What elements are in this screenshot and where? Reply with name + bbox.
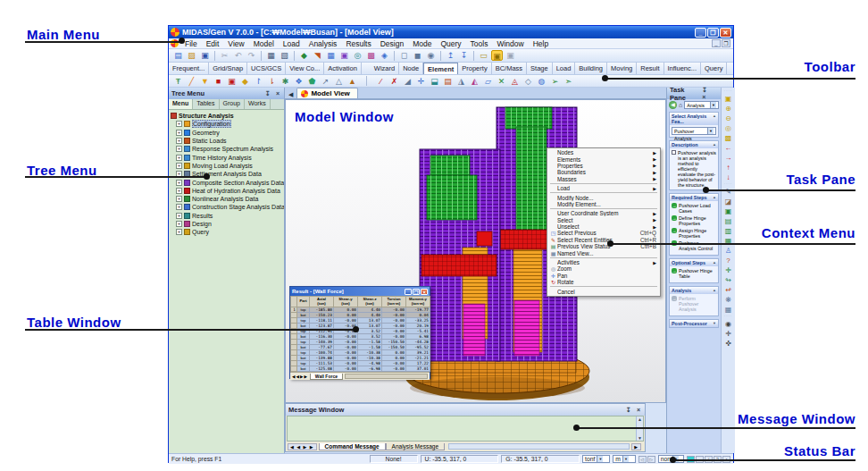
task-pane-combo[interactable]: Analysis▼ bbox=[684, 101, 719, 109]
grid-icon[interactable]: ▦ bbox=[325, 50, 337, 61]
snap-grid-icon[interactable]: ⇂ bbox=[266, 76, 278, 87]
person-icon[interactable]: ♙ bbox=[723, 246, 734, 256]
toolbar-tab-activation[interactable]: Activation bbox=[324, 63, 362, 74]
zoom-out-icon[interactable]: ⊖ bbox=[723, 114, 734, 123]
menu-item-tools[interactable]: Tools bbox=[466, 39, 493, 48]
arrow1-icon[interactable]: ➢ bbox=[549, 76, 561, 87]
render-icon[interactable]: ▩ bbox=[365, 50, 377, 61]
task-step-pushover-hinge-table[interactable]: →Pushover Hinge Table bbox=[672, 268, 716, 279]
context-menu-item-boundaries[interactable]: Boundaries▶ bbox=[548, 169, 659, 175]
table-minimize-button[interactable]: _ bbox=[405, 289, 412, 295]
tree-item[interactable]: +Design bbox=[171, 220, 284, 228]
unlock-icon[interactable]: ▭ bbox=[478, 50, 489, 61]
back-icon[interactable]: ◀ bbox=[669, 101, 677, 109]
pen-icon[interactable]: ✎ bbox=[723, 187, 734, 197]
table-row[interactable]: bot-125.08-0.00-6.98-0.0037.01 bbox=[291, 366, 430, 372]
y-orange-icon[interactable]: ▼ bbox=[199, 76, 211, 87]
all-active-icon[interactable]: ▲ bbox=[346, 76, 358, 87]
select-all-icon[interactable]: ◼ bbox=[412, 50, 423, 61]
menu-item-window[interactable]: Window bbox=[492, 39, 528, 48]
tree-item[interactable]: +Nonlinear Analysis Data bbox=[171, 195, 284, 203]
menu-item-mode[interactable]: Mode bbox=[408, 39, 436, 48]
task-step-pushover-analysis-control[interactable]: →Pushover Analysis Control bbox=[672, 240, 716, 251]
expand-icon[interactable]: + bbox=[176, 130, 182, 136]
tree-tab-tables[interactable]: Tables bbox=[193, 99, 219, 109]
split-icon[interactable]: ◬ bbox=[509, 76, 521, 87]
toolbar-tab-query[interactable]: Query bbox=[701, 63, 727, 74]
menu-item-edit[interactable]: Edit bbox=[202, 39, 224, 48]
pan-cursor-icon[interactable]: ✛ bbox=[723, 329, 734, 339]
renumber-icon[interactable]: ◇ bbox=[522, 76, 534, 87]
toolbar-tab-node[interactable]: Node bbox=[399, 63, 423, 74]
toolbar-tab-view-co-[interactable]: View Co... bbox=[286, 63, 324, 74]
minimize-button[interactable]: _ bbox=[695, 28, 706, 38]
context-menu-item-rotate[interactable]: ↻Rotate bbox=[548, 279, 659, 285]
pin-icon[interactable]: ↧ bbox=[626, 407, 633, 413]
settings-icon[interactable]: ❋ bbox=[723, 295, 734, 305]
snap-icon[interactable]: ▣ bbox=[338, 50, 350, 61]
pan-up-icon[interactable]: ↑ bbox=[723, 163, 734, 172]
menu-item-design[interactable]: Design bbox=[376, 39, 408, 48]
eraser-icon[interactable]: ◪ bbox=[723, 197, 734, 206]
cut-icon[interactable]: ✂ bbox=[219, 50, 230, 61]
expand-icon[interactable]: + bbox=[176, 229, 182, 235]
toolbar-tab-result[interactable]: Result bbox=[637, 63, 664, 74]
tree-item[interactable]: +Heat of Hydration Analysis Data bbox=[171, 187, 284, 195]
context-menu-item-pan[interactable]: ✛Pan bbox=[548, 273, 659, 279]
save-icon[interactable]: ▣ bbox=[199, 50, 211, 61]
delete-element-icon[interactable]: ✗ bbox=[388, 76, 400, 87]
toolbar-tab-load[interactable]: Load bbox=[553, 63, 576, 74]
message-h-scrollbar[interactable] bbox=[448, 443, 630, 450]
query-tool-icon[interactable]: ◈ bbox=[379, 50, 390, 61]
tree-item[interactable]: +Geometry bbox=[171, 129, 284, 137]
compact-icon[interactable]: ◍ bbox=[536, 76, 547, 87]
rotate-element-icon[interactable]: ✛ bbox=[415, 76, 427, 87]
collapse-icon[interactable]: ▲ bbox=[713, 114, 716, 124]
table-tab-wall-force[interactable]: Wall Force bbox=[310, 374, 343, 380]
hidden-icon[interactable]: ↗ bbox=[320, 76, 331, 87]
expand-icon[interactable]: ▼ bbox=[713, 321, 716, 326]
expand-icon[interactable]: + bbox=[176, 213, 182, 219]
zoom-cursor-icon[interactable]: ◉ bbox=[723, 319, 734, 329]
expand-icon[interactable]: + bbox=[176, 155, 182, 161]
extrude-icon[interactable]: ⬓ bbox=[429, 76, 440, 87]
close-icon[interactable]: × bbox=[637, 407, 642, 413]
tree-tab-group[interactable]: Group bbox=[220, 99, 245, 109]
unit-prev-icon[interactable]: ◁ bbox=[638, 456, 647, 463]
menu-item-view[interactable]: View bbox=[223, 39, 248, 48]
open-file-icon[interactable]: ▨ bbox=[186, 50, 197, 61]
slash-orange-icon[interactable]: ╱ bbox=[186, 76, 197, 87]
context-menu-item-activities[interactable]: Activities▶ bbox=[548, 259, 659, 265]
tree-tab-menu[interactable]: Menu bbox=[169, 99, 193, 109]
tree-item[interactable]: +Time History Analysis bbox=[171, 153, 284, 161]
undo-icon[interactable]: ↶ bbox=[232, 50, 244, 61]
table-restore-button[interactable]: ❐ bbox=[413, 289, 420, 295]
down-icon[interactable]: ↧ bbox=[458, 50, 470, 61]
curve-icon[interactable]: ↬ bbox=[723, 275, 734, 285]
toolbar-tab-element[interactable]: Element bbox=[423, 63, 458, 74]
toolbar-tab-stage[interactable]: Stage bbox=[527, 63, 553, 74]
model-window[interactable]: Model Window Nodes▶Elements▶Properties▶B… bbox=[285, 99, 666, 403]
toolbar-tab-frequent-[interactable]: Frequent... bbox=[169, 63, 209, 74]
zoom-fit-icon[interactable]: ◎ bbox=[723, 123, 734, 133]
tree-item[interactable]: +Configuration bbox=[171, 120, 284, 128]
tree-root-item[interactable]: Structure Analysis bbox=[171, 112, 284, 120]
red-box2-icon[interactable]: ▣ bbox=[226, 76, 238, 87]
snap-line-icon[interactable]: ↾ bbox=[253, 76, 264, 87]
toolbar-tab-influenc-[interactable]: Influenc... bbox=[664, 63, 702, 74]
plus-icon[interactable]: ✛ bbox=[723, 265, 734, 275]
toolbar-tab-bc-mass[interactable]: BC/Mass bbox=[492, 63, 527, 74]
lock-icon[interactable]: ▣ bbox=[491, 50, 503, 61]
print-preview-icon[interactable]: ▧ bbox=[279, 50, 290, 61]
message-tab-analysis-message[interactable]: Analysis Message bbox=[386, 443, 445, 450]
wall-force-table[interactable]: PartAxial(ton)Shear-y(ton)Shear-z(ton)To… bbox=[290, 296, 430, 372]
divide-icon[interactable]: ▤ bbox=[442, 76, 454, 87]
select-icon[interactable]: ◻ bbox=[398, 50, 410, 61]
table-h-scrollbar[interactable] bbox=[345, 374, 428, 379]
title-bar[interactable]: MIDAS/Gen V 7.0.0 - [C:₩Model₩Busan] - [… bbox=[169, 26, 733, 38]
expand-icon[interactable]: + bbox=[176, 180, 182, 186]
expand-icon[interactable]: + bbox=[176, 196, 182, 202]
context-menu-item-properties[interactable]: Properties▶ bbox=[548, 163, 659, 169]
task-step-define-hinge-properties[interactable]: →Define Hinge Properties bbox=[672, 215, 716, 226]
mirror-icon[interactable]: ◭ bbox=[469, 76, 480, 87]
